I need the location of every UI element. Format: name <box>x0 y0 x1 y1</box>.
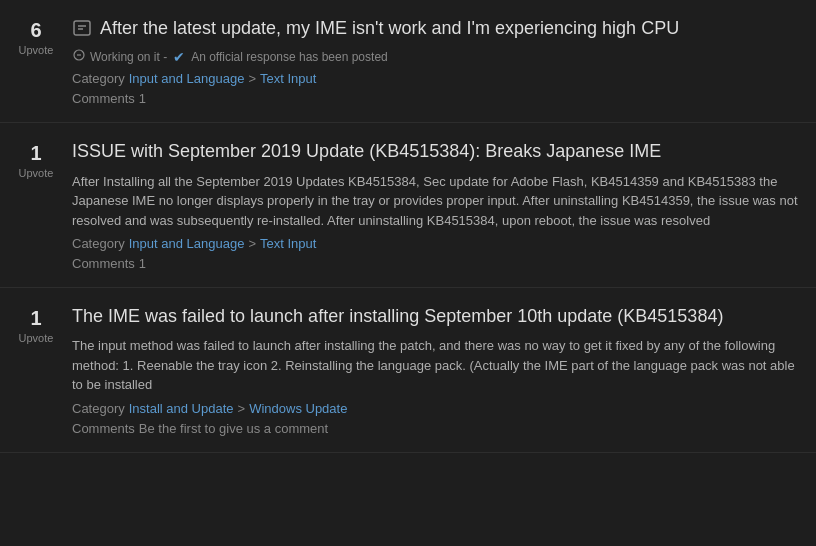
status-working-text: Working on it - <box>90 50 167 64</box>
category-link-1[interactable]: Input and Language <box>129 236 245 251</box>
post-title-row: The IME was failed to launch after insta… <box>72 304 800 328</box>
upvote-button[interactable]: Upvote <box>19 44 54 56</box>
post-body: After Installing all the September 2019 … <box>72 172 800 231</box>
category-label: Category <box>72 236 125 251</box>
post-content: The IME was failed to launch after insta… <box>72 304 800 436</box>
comments-count-text: Be the first to give us a comment <box>139 421 328 436</box>
category-row: Category Input and Language > Text Input <box>72 71 800 86</box>
comments-label: Comments <box>72 256 135 271</box>
wrench-icon <box>72 48 86 65</box>
vote-section: 1 Upvote <box>12 139 60 271</box>
comments-label: Comments <box>72 91 135 106</box>
category-label: Category <box>72 71 125 86</box>
post-content: After the latest update, my IME isn't wo… <box>72 16 800 106</box>
status-official-text: An official response has been posted <box>191 50 388 64</box>
comments-count: 1 <box>139 91 146 106</box>
post-title-row: After the latest update, my IME isn't wo… <box>72 16 800 40</box>
category-link-2[interactable]: Text Input <box>260 71 316 86</box>
comments-row: Comments Be the first to give us a comme… <box>72 421 800 436</box>
category-separator: > <box>248 236 256 251</box>
category-link-1[interactable]: Input and Language <box>129 71 245 86</box>
post-item: 1 Upvote The IME was failed to launch af… <box>0 288 816 453</box>
post-status-row: Working on it - ✔ An official response h… <box>72 48 800 65</box>
category-row: Category Install and Update > Windows Up… <box>72 401 800 416</box>
svg-rect-0 <box>74 21 90 35</box>
post-content: ISSUE with September 2019 Update (KB4515… <box>72 139 800 271</box>
post-item: 1 Upvote ISSUE with September 2019 Updat… <box>0 123 816 288</box>
check-icon: ✔ <box>173 49 185 65</box>
post-title: ISSUE with September 2019 Update (KB4515… <box>72 139 661 163</box>
status-working: Working on it - <box>72 48 167 65</box>
vote-section: 1 Upvote <box>12 304 60 436</box>
post-title-row: ISSUE with September 2019 Update (KB4515… <box>72 139 800 163</box>
upvote-button[interactable]: Upvote <box>19 332 54 344</box>
post-title: After the latest update, my IME isn't wo… <box>100 16 679 40</box>
category-label: Category <box>72 401 125 416</box>
post-title: The IME was failed to launch after insta… <box>72 304 723 328</box>
category-separator: > <box>238 401 246 416</box>
category-row: Category Input and Language > Text Input <box>72 236 800 251</box>
comments-row: Comments 1 <box>72 91 800 106</box>
vote-section: 6 Upvote <box>12 16 60 106</box>
comments-row: Comments 1 <box>72 256 800 271</box>
upvote-button[interactable]: Upvote <box>19 167 54 179</box>
post-type-icon <box>72 18 92 38</box>
vote-count: 6 <box>30 18 41 42</box>
category-link-1[interactable]: Install and Update <box>129 401 234 416</box>
category-separator: > <box>248 71 256 86</box>
comments-count: 1 <box>139 256 146 271</box>
vote-count: 1 <box>30 306 41 330</box>
vote-count: 1 <box>30 141 41 165</box>
feed-container: 6 Upvote After the latest update, my IME… <box>0 0 816 453</box>
comments-label: Comments <box>72 421 135 436</box>
post-body: The input method was failed to launch af… <box>72 336 800 395</box>
category-link-2[interactable]: Text Input <box>260 236 316 251</box>
category-link-2[interactable]: Windows Update <box>249 401 347 416</box>
post-item: 6 Upvote After the latest update, my IME… <box>0 0 816 123</box>
